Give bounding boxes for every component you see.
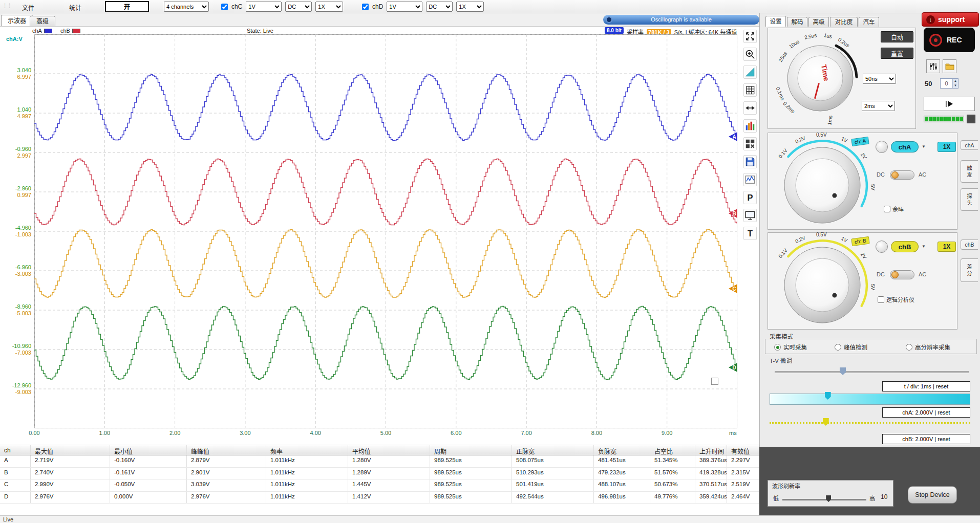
- legend: chAchB: [32, 28, 80, 34]
- chC-volt-select[interactable]: 1V: [246, 2, 282, 12]
- cell-B-2: 2.740V: [31, 468, 110, 480]
- waveform-canvas[interactable]: ABCD: [34, 34, 737, 428]
- chA-coupling-switch[interactable]: [890, 170, 914, 180]
- power-button[interactable]: 开: [105, 1, 149, 12]
- chB-knob-area[interactable]: 0.1V0.2V0.5V1V2V5V: [771, 236, 880, 329]
- status-text: Live: [3, 516, 13, 522]
- chB-offset-slider-track[interactable]: [770, 422, 970, 424]
- chA-extra-checkbox[interactable]: [884, 206, 890, 212]
- measurement-row-D[interactable]: D2.976V0.000V2.976V1.011kHz1.412V989.525…: [0, 492, 759, 504]
- chB-probe-badge[interactable]: 1X: [938, 242, 956, 252]
- chA-reset-button[interactable]: chA: 2.000V | reset: [882, 407, 970, 418]
- chC-enable-checkbox[interactable]: [221, 4, 228, 10]
- chB-coupling-switch[interactable]: [890, 270, 914, 279]
- progress-end-button[interactable]: [967, 115, 975, 123]
- measurement-row-B[interactable]: B2.740V-0.161V2.901V1.011kHz1.289V989.52…: [0, 468, 759, 480]
- side-tab-chB[interactable]: chB: [961, 239, 978, 250]
- support-button[interactable]: ↓ support: [922, 12, 979, 27]
- panel-tab-1[interactable]: 设置: [765, 16, 786, 27]
- record-button[interactable]: REC: [924, 28, 975, 52]
- chD-enable-checkbox[interactable]: [362, 4, 369, 10]
- spectrum-icon[interactable]: [743, 119, 757, 133]
- horizontal-expand-icon[interactable]: [743, 101, 757, 115]
- status-bar: Live: [0, 515, 980, 523]
- main-tab-1[interactable]: 示波器: [1, 15, 33, 26]
- chC-coupling-select[interactable]: DC: [285, 2, 312, 12]
- chC-probe-select[interactable]: 1X: [315, 2, 343, 12]
- chB-extra-option[interactable]: 逻辑分析仪: [878, 295, 914, 303]
- chB-dropdown-arrow[interactable]: ▼: [922, 244, 926, 249]
- slow-timebase-select[interactable]: 2ms: [862, 101, 895, 111]
- chB-knob-face[interactable]: [796, 258, 849, 312]
- acquisition-option-3[interactable]: 高分辨率采集: [906, 343, 950, 351]
- chB-toggle-knob[interactable]: [876, 241, 888, 253]
- chA-toggle-knob[interactable]: [876, 141, 888, 153]
- fit-screen-icon[interactable]: [743, 30, 757, 43]
- chA-dc-label: DC: [877, 171, 885, 178]
- menu-statistics[interactable]: 统计: [69, 3, 81, 12]
- t-div-slider-track[interactable]: [775, 371, 969, 373]
- fast-timebase-select[interactable]: 50ns: [863, 74, 896, 84]
- chD-coupling-select[interactable]: DC: [426, 2, 453, 12]
- display-icon[interactable]: [743, 209, 757, 222]
- play-icon: [944, 100, 955, 108]
- chD-probe-select[interactable]: 1X: [456, 2, 484, 12]
- waveform-snapshot-icon[interactable]: [743, 173, 757, 186]
- side-tab-chA[interactable]: chA: [961, 140, 978, 150]
- chA-knob-area[interactable]: 0.1V0.2V0.5V1V2V5V: [771, 136, 880, 229]
- main-tab-2[interactable]: 高级: [30, 16, 55, 26]
- t-div-slider-thumb[interactable]: [840, 367, 846, 375]
- acquisition-option-1[interactable]: 实时采集: [774, 343, 807, 351]
- menu-file[interactable]: 文件: [22, 3, 34, 12]
- grid-icon[interactable]: [743, 83, 757, 97]
- spin-down-icon[interactable]: ▼: [953, 83, 958, 88]
- pass-fail-icon[interactable]: P: [743, 191, 757, 204]
- waveform-plot[interactable]: ABCD: [34, 34, 737, 428]
- zoom-icon[interactable]: [743, 48, 757, 61]
- refresh-slider-thumb[interactable]: [826, 495, 831, 502]
- frame-spinner[interactable]: 0 ▲▼: [940, 78, 958, 89]
- trigger-mark-icon[interactable]: T: [743, 227, 757, 240]
- chB-offset-slider-thumb[interactable]: [823, 418, 829, 426]
- chB-reset-button[interactable]: chB: 2.000V | reset: [882, 434, 970, 444]
- side-tab-触发[interactable]: 触发: [961, 160, 978, 183]
- selection-square-marker[interactable]: [712, 378, 718, 385]
- reset-button[interactable]: 重置: [881, 48, 913, 59]
- measurement-row-C[interactable]: C2.990V-0.050V3.039V1.011kHz1.445V989.52…: [0, 480, 759, 492]
- stop-device-button[interactable]: Stop Device: [908, 486, 957, 504]
- multi-window-icon[interactable]: [743, 137, 757, 150]
- timebase-knob-face[interactable]: [798, 56, 843, 101]
- channel-count-select[interactable]: 4 channels: [164, 2, 209, 12]
- chA-offset-slider-track[interactable]: [770, 394, 970, 405]
- side-tab-差分[interactable]: 差分: [961, 258, 978, 282]
- spinner-arrows[interactable]: ▲▼: [952, 79, 958, 88]
- acquisition-option-2[interactable]: 峰值检测: [835, 343, 867, 351]
- measurement-row-A[interactable]: A2.719V-0.160V2.879V1.011kHz1.280V989.52…: [0, 455, 759, 468]
- panel-tab-3[interactable]: 高级: [808, 17, 829, 27]
- chB-select-button[interactable]: chB: [891, 241, 919, 252]
- chB-extra-checkbox[interactable]: [878, 296, 884, 303]
- side-tab-探头[interactable]: 探头: [961, 188, 978, 211]
- auto-set-icon[interactable]: [743, 66, 757, 79]
- chA-probe-badge[interactable]: 1X: [938, 142, 956, 152]
- open-file-button[interactable]: [943, 59, 956, 73]
- panel-tab-2[interactable]: 解码: [787, 17, 807, 27]
- cell-B-12: 2.315V: [727, 468, 759, 480]
- auto-button[interactable]: 自动: [881, 31, 913, 42]
- chA-dropdown-arrow[interactable]: ▼: [922, 144, 926, 149]
- column-header-6: 平均值: [348, 445, 430, 455]
- chA-extra-option[interactable]: 余晖: [884, 205, 904, 213]
- mixer-settings-button[interactable]: [926, 59, 940, 73]
- chD-volt-select[interactable]: 1V: [387, 2, 422, 12]
- timebase-knob[interactable]: Time: [769, 30, 871, 127]
- spin-up-icon[interactable]: ▲: [953, 79, 958, 83]
- refresh-slider-track[interactable]: [782, 499, 866, 500]
- chA-knob-face[interactable]: [796, 159, 849, 212]
- save-icon[interactable]: [743, 155, 757, 168]
- timebase-knob-area[interactable]: Time25us10us2.5us1us0.2us0.1ms0.2ms1ms: [769, 30, 871, 127]
- t-div-reset-button[interactable]: t / div: 1ms | reset: [882, 381, 970, 391]
- panel-tab-4[interactable]: 对比度: [830, 17, 858, 27]
- panel-tab-5[interactable]: 汽车: [859, 17, 879, 27]
- play-button[interactable]: [924, 97, 975, 111]
- chA-select-button[interactable]: chA: [891, 141, 919, 152]
